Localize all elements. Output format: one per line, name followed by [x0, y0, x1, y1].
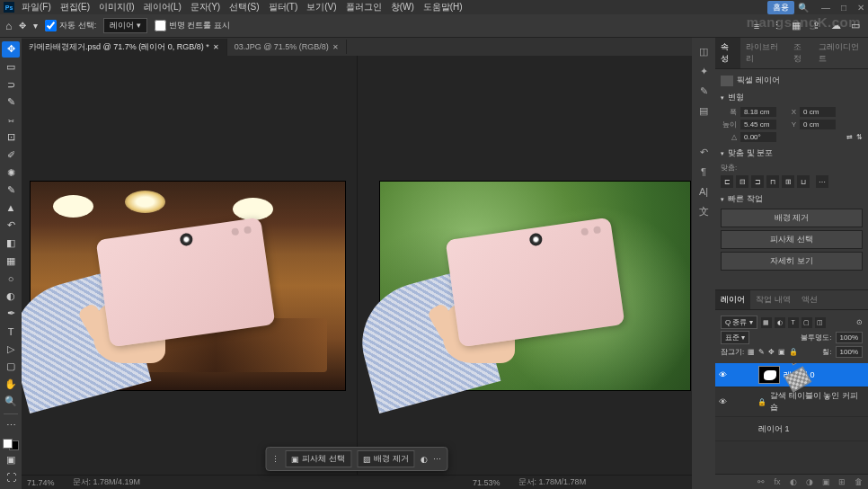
delete-icon[interactable]: 🗑 — [852, 477, 864, 486]
zoom-right[interactable]: 71.53% — [473, 478, 500, 487]
transform-section[interactable]: 변형 — [721, 92, 863, 103]
auto-select-checkbox[interactable]: 자동 선택: — [45, 20, 96, 31]
layer-mask-thumb[interactable] — [758, 366, 780, 384]
remove-bg-action[interactable]: 배경 제거 — [721, 209, 863, 227]
zoom-left[interactable]: 71.74% — [27, 478, 55, 487]
lock-trans-icon[interactable]: ▦ — [748, 348, 755, 356]
new-layer-icon[interactable]: ⊞ — [836, 477, 848, 486]
zoom-tool[interactable]: 🔍 — [2, 394, 20, 410]
layer-row[interactable]: 👁 🔒 갈색 테이블이 놓인 커피숍 — [715, 387, 868, 417]
dodge-tool[interactable]: ◐ — [2, 289, 20, 305]
tab-close-icon[interactable]: ✕ — [213, 43, 219, 51]
align-vcenter-icon[interactable]: ⊞ — [782, 175, 794, 188]
blend-mode[interactable]: 표준 ▾ — [721, 331, 749, 344]
layer-filter-kind[interactable]: Q 종류 ▾ — [721, 316, 757, 329]
angle-field[interactable]: 0.00° — [740, 132, 776, 142]
tool-preset-dropdown[interactable]: ▾ — [33, 21, 38, 31]
quick-select-tool[interactable]: ✎ — [2, 94, 20, 111]
type-tool[interactable]: T — [2, 324, 20, 340]
gradient-tool[interactable]: ▦ — [2, 253, 20, 269]
filter-pixel-icon[interactable]: ▦ — [761, 317, 772, 328]
char-panel-icon[interactable]: A| — [695, 183, 712, 200]
menu-select[interactable]: 선택(S) — [226, 0, 262, 14]
crop-tool[interactable]: ⟗ — [2, 111, 20, 128]
adjustment-icon[interactable]: ◑ — [803, 477, 816, 486]
select-subject-action[interactable]: 피사체 선택 — [721, 230, 863, 249]
lock-pos-icon[interactable]: ✥ — [768, 348, 775, 356]
y-field[interactable]: 0 cm — [800, 120, 836, 129]
menu-type[interactable]: 문자(Y) — [187, 0, 224, 14]
select-subject-button[interactable]: ▣ 피사체 선택 — [285, 450, 351, 467]
tab-gradient[interactable]: 그레이디언트 — [813, 38, 868, 68]
filter-shape-icon[interactable]: ▢ — [802, 317, 812, 328]
menu-layer[interactable]: 레이어(L) — [140, 0, 185, 14]
hand-tool[interactable]: ✋ — [2, 377, 20, 393]
filter-adjust-icon[interactable]: ◐ — [775, 317, 785, 328]
clone-panel-icon[interactable]: ▤ — [695, 102, 712, 119]
height-field[interactable]: 5.45 cm — [740, 120, 776, 129]
flip-v-icon[interactable]: ⇅ — [856, 133, 863, 141]
auto-select-target[interactable]: 레이어 ▾ — [103, 18, 147, 33]
filter-smart-icon[interactable]: ◫ — [815, 317, 826, 328]
lock-pixel-icon[interactable]: ✎ — [758, 348, 765, 356]
layer-name[interactable]: 레이어 1 — [758, 423, 790, 435]
tab-doc-2[interactable]: 03.JPG @ 71.5% (RGB/8)✕ — [227, 40, 347, 54]
home-button[interactable]: 홈용 — [767, 1, 794, 14]
x-field[interactable]: 0 cm — [800, 107, 836, 117]
canvas-left[interactable] — [22, 56, 357, 475]
menu-file[interactable]: 파일(F) — [18, 0, 55, 14]
tab-properties[interactable]: 속성 — [715, 38, 740, 68]
remove-bg-button[interactable]: ▨ 배경 제거 — [357, 450, 415, 467]
tab-close-icon[interactable]: ✕ — [332, 43, 339, 51]
group-icon[interactable]: ▣ — [819, 477, 832, 486]
frame-tool[interactable]: ⊡ — [2, 129, 20, 146]
eraser-tool[interactable]: ◧ — [2, 236, 20, 252]
move-tool[interactable]: ✥ — [2, 41, 20, 58]
width-field[interactable]: 8.18 cm — [740, 107, 776, 117]
tab-history[interactable]: 작업 내역 — [750, 290, 796, 309]
fx-icon[interactable]: fx — [771, 477, 784, 486]
fill-field[interactable]: 100% — [836, 346, 863, 358]
pen-tool[interactable]: ✒ — [2, 306, 20, 322]
blur-tool[interactable]: ○ — [2, 271, 20, 287]
canvas-right[interactable] — [357, 56, 693, 475]
align-top-icon[interactable]: ⊓ — [766, 175, 779, 188]
lock-all-icon[interactable]: 🔒 — [789, 348, 798, 356]
align-left-icon[interactable]: ⊏ — [721, 175, 733, 188]
tab-libraries[interactable]: 라이브러리 — [740, 38, 788, 68]
eyedropper-tool[interactable]: ✐ — [2, 147, 20, 164]
flip-h-icon[interactable]: ⇄ — [846, 133, 853, 141]
screenmode-tool[interactable]: ⛶ — [2, 469, 20, 485]
layer-row[interactable]: 레이어 1 — [715, 417, 868, 441]
brush-tool[interactable]: ✎ — [2, 182, 20, 199]
align-right-icon[interactable]: ⊐ — [751, 175, 764, 188]
align-hcenter-icon[interactable]: ⊟ — [736, 175, 748, 188]
paragraph-panel-icon[interactable]: ¶ — [695, 164, 712, 180]
menu-edit[interactable]: 편집(E) — [57, 0, 93, 14]
edit-toolbar[interactable]: ⋯ — [2, 418, 20, 434]
align-bottom-icon[interactable]: ⊔ — [797, 175, 810, 188]
shape-tool[interactable]: ▢ — [2, 359, 20, 375]
brushes-panel-icon[interactable]: ✎ — [695, 83, 712, 99]
show-transform-checkbox[interactable]: 변명 컨트롤 표시 — [155, 20, 230, 31]
minimize-icon[interactable]: — — [821, 3, 830, 13]
tab-layers[interactable]: 레이어 — [715, 290, 750, 309]
history-panel-icon[interactable]: ↶ — [695, 144, 712, 160]
marquee-tool[interactable]: ▭ — [2, 59, 20, 76]
close-icon[interactable]: ✕ — [857, 3, 864, 13]
path-tool[interactable]: ▷ — [2, 341, 20, 357]
tab-adjust[interactable]: 조정 — [788, 38, 813, 68]
move-tool-icon[interactable]: ✥ — [19, 21, 26, 31]
lock-nest-icon[interactable]: ▣ — [778, 348, 785, 356]
menu-plugins[interactable]: 플러그인 — [342, 0, 385, 14]
layer-name[interactable]: 갈색 테이블이 놓인 커피숍 — [770, 390, 864, 413]
menu-help[interactable]: 도움말(H) — [420, 0, 466, 14]
filter-type-icon[interactable]: T — [788, 317, 799, 328]
align-more-icon[interactable]: ⋯ — [816, 175, 828, 188]
history-brush-tool[interactable]: ↶ — [2, 218, 20, 234]
learn-more-action[interactable]: 자세히 보기 — [721, 252, 863, 271]
quickmask-tool[interactable]: ▣ — [2, 452, 20, 468]
color-swatch[interactable] — [3, 439, 19, 449]
drag-handle-icon[interactable]: ⋮ — [271, 455, 279, 464]
healing-tool[interactable]: ✺ — [2, 164, 20, 181]
